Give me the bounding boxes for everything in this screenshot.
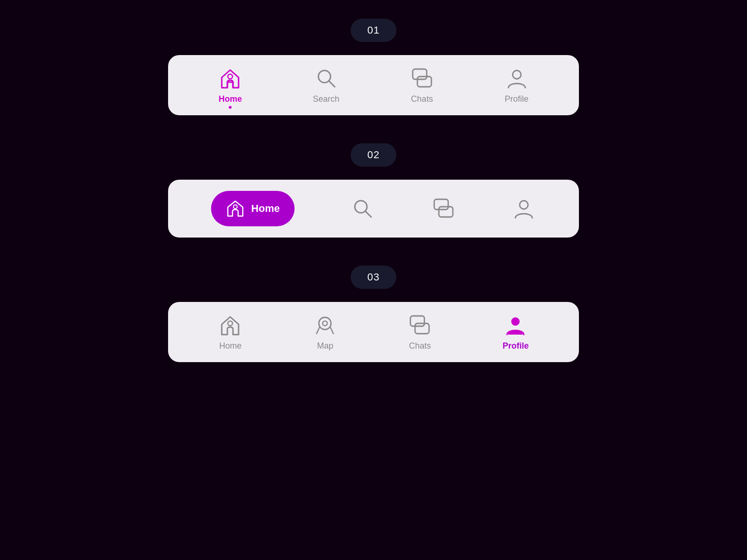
profile-icon-03 xyxy=(503,313,528,337)
svg-line-14 xyxy=(317,328,319,334)
svg-point-16 xyxy=(323,321,327,326)
svg-line-8 xyxy=(365,211,371,217)
map-icon-03 xyxy=(313,313,337,337)
chats-icon-03 xyxy=(408,313,432,337)
svg-point-12 xyxy=(228,321,233,326)
svg-point-6 xyxy=(233,205,237,209)
chats-icon xyxy=(410,66,434,91)
profile-icon xyxy=(505,66,529,91)
navbar-03: Home Map Chats xyxy=(168,302,579,362)
search-icon xyxy=(314,66,338,91)
nav-item-chats-02[interactable] xyxy=(431,196,456,221)
profile-icon-02 xyxy=(512,196,536,221)
section-01: 01 Home Search Chats xyxy=(0,19,747,143)
profile-label-03: Profile xyxy=(502,341,529,351)
map-label-03: Map xyxy=(317,341,333,351)
profile-label: Profile xyxy=(505,94,529,104)
svg-point-11 xyxy=(520,201,528,209)
home-icon-pill xyxy=(226,199,245,218)
svg-point-0 xyxy=(228,74,233,79)
search-icon-02 xyxy=(351,196,375,221)
navbar-01: Home Search Chats Profile xyxy=(168,55,579,115)
svg-rect-10 xyxy=(439,207,453,217)
svg-line-15 xyxy=(331,328,333,334)
svg-line-2 xyxy=(329,81,335,87)
nav-item-profile-03[interactable]: Profile xyxy=(502,313,529,351)
home-pill-label: Home xyxy=(251,203,280,215)
chats-label-03: Chats xyxy=(409,341,431,351)
section-03: 03 Home Map Chats xyxy=(0,266,747,390)
section-label-03: 03 xyxy=(351,266,396,289)
nav-item-home[interactable]: Home xyxy=(218,66,242,104)
chats-icon-02 xyxy=(431,196,456,221)
home-icon-03 xyxy=(218,313,242,337)
svg-rect-9 xyxy=(434,199,448,210)
home-icon xyxy=(218,66,242,91)
nav-item-profile[interactable]: Profile xyxy=(505,66,529,104)
home-label-03: Home xyxy=(219,341,241,351)
section-label-01: 01 xyxy=(351,19,396,42)
nav-item-search[interactable]: Search xyxy=(313,66,339,104)
svg-rect-17 xyxy=(410,316,424,326)
section-02: 02 Home xyxy=(0,143,747,266)
nav-item-home-pill[interactable]: Home xyxy=(211,191,295,226)
active-indicator xyxy=(229,106,232,109)
search-label: Search xyxy=(313,94,339,104)
chats-label: Chats xyxy=(411,94,433,104)
navbar-02: Home xyxy=(168,180,579,238)
nav-item-search-02[interactable] xyxy=(351,196,375,221)
nav-item-chats-03[interactable]: Chats xyxy=(408,313,432,351)
svg-rect-4 xyxy=(417,77,431,87)
svg-rect-3 xyxy=(413,69,427,79)
svg-rect-18 xyxy=(415,323,429,334)
svg-point-19 xyxy=(511,317,520,326)
svg-point-5 xyxy=(513,70,521,79)
nav-item-chats[interactable]: Chats xyxy=(410,66,434,104)
section-label-02: 02 xyxy=(351,143,396,167)
nav-item-profile-02[interactable] xyxy=(512,196,536,221)
nav-item-home-03[interactable]: Home xyxy=(218,313,242,351)
svg-point-13 xyxy=(319,317,331,329)
home-label: Home xyxy=(218,94,242,104)
nav-item-map-03[interactable]: Map xyxy=(313,313,337,351)
